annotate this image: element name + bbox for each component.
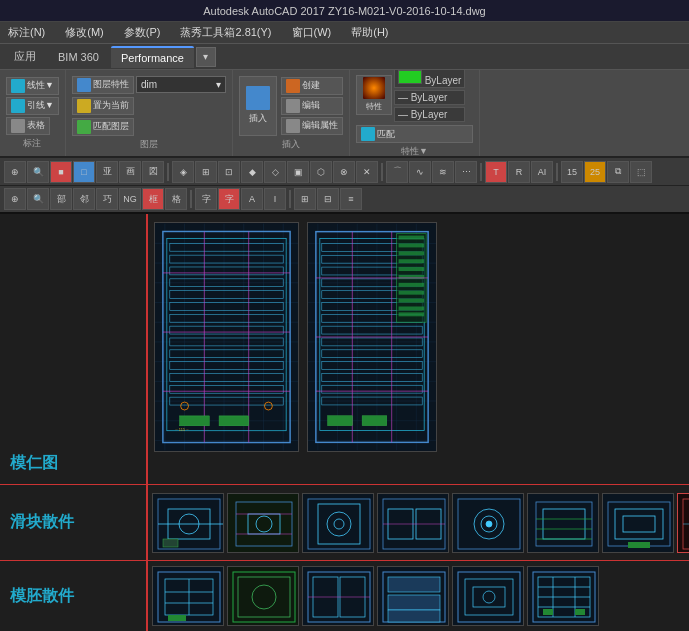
btn-match-layer[interactable]: 匹配图层 (72, 118, 134, 136)
menu-biaozhun[interactable]: 标注(N) (4, 23, 49, 42)
ts-btn-21[interactable]: T (485, 161, 507, 183)
ts2-btn-13[interactable]: ⊞ (294, 188, 316, 210)
btn-create[interactable]: 创建 (281, 77, 343, 95)
prop-bylayer-line: — ByLayer (394, 90, 465, 105)
ts-btn-27[interactable]: ⬚ (630, 161, 652, 183)
svg-rect-96 (328, 416, 353, 426)
ts2-btn-12[interactable]: I (264, 188, 286, 210)
ts2-btn-15[interactable]: ≡ (340, 188, 362, 210)
svg-rect-104 (228, 494, 299, 553)
ts-btn-23[interactable]: AI (531, 161, 553, 183)
ts-btn-2[interactable]: 🔍 (27, 161, 49, 183)
thumb-mp-5[interactable] (452, 566, 524, 626)
content-morentu: ←115→ (148, 214, 689, 484)
tab-bim360[interactable]: BIM 360 (48, 47, 109, 67)
menu-canshu[interactable]: 参数(P) (120, 23, 165, 42)
ts2-btn-9[interactable]: 字 (195, 188, 217, 210)
menu-xiugai[interactable]: 修改(M) (61, 23, 108, 42)
ts-btn-4[interactable]: □ (73, 161, 95, 183)
ts2-btn-8[interactable]: 格 (165, 188, 187, 210)
thumb-hk-4[interactable] (377, 493, 449, 553)
ts-btn-6[interactable]: 画 (119, 161, 141, 183)
toolbar-strip-1: ⊕ 🔍 ■ □ 亚 画 図 ◈ ⊞ ⊡ ◆ ◇ ▣ ⬡ ⊗ ✕ ⌒ ∿ ≋ ⋯ … (0, 158, 689, 186)
prop-bylayer-lw: — ByLayer (394, 107, 465, 122)
ts-btn-25[interactable]: 25 (584, 161, 606, 183)
thumb-mp-3[interactable] (302, 566, 374, 626)
title-text: Autodesk AutoCAD 2017 ZY16-M021-V0-2016-… (203, 5, 486, 17)
thumb-mp-2[interactable] (227, 566, 299, 626)
tab-bar: 应用 BIM 360 Performance ▾ (0, 44, 689, 70)
btn-linear[interactable]: 线性▼ (6, 77, 59, 95)
thumb-hk-5[interactable] (452, 493, 524, 553)
ts-btn-20[interactable]: ⋯ (455, 161, 477, 183)
ts2-btn-1[interactable]: ⊕ (4, 188, 26, 210)
btn-edit-attr[interactable]: 编辑属性 (281, 117, 343, 135)
ts2-btn-3[interactable]: 部 (50, 188, 72, 210)
ts2-btn-4[interactable]: 邻 (73, 188, 95, 210)
ts-btn-17[interactable]: ⌒ (386, 161, 408, 183)
btn-edit[interactable]: 编辑 (281, 97, 343, 115)
ts2-btn-10[interactable]: 字 (218, 188, 240, 210)
ts-btn-8[interactable]: ◈ (172, 161, 194, 183)
ts-btn-7[interactable]: 図 (142, 161, 164, 183)
btn-layer-prop[interactable]: 图层特性 (72, 76, 134, 94)
ts2-btn-11[interactable]: A (241, 188, 263, 210)
blueprint-large-1[interactable]: ←115→ (154, 222, 299, 452)
thumb-mp-6[interactable] (527, 566, 599, 626)
thumb-mp-1[interactable] (152, 566, 224, 626)
ts-btn-12[interactable]: ◇ (264, 161, 286, 183)
tab-performance[interactable]: Performance (111, 46, 194, 68)
ts2-btn-14[interactable]: ⊟ (317, 188, 339, 210)
thumb-hk-6[interactable] (527, 493, 599, 553)
ts-btn-1[interactable]: ⊕ (4, 161, 26, 183)
ts-btn-15[interactable]: ⊗ (333, 161, 355, 183)
biaozhun-row3: 表格 (6, 117, 59, 135)
table-icon (11, 119, 25, 133)
ts-btn-24[interactable]: 15 (561, 161, 583, 183)
layer-dropdown[interactable]: dim ▾ (136, 76, 226, 93)
thumb-hk-8[interactable] (677, 493, 689, 553)
label-morentu: 模仁图 (0, 214, 148, 484)
ts2-btn-5[interactable]: 巧 (96, 188, 118, 210)
btn-match-prop[interactable]: 匹配 (356, 125, 473, 143)
ts-btn-5[interactable]: 亚 (96, 161, 118, 183)
section-morentu: 模仁图 (0, 214, 689, 485)
btn-prop-large[interactable]: 特性 (356, 75, 392, 115)
btn-insert-large[interactable]: 插入 (239, 76, 277, 136)
ts-btn-10[interactable]: ⊡ (218, 161, 240, 183)
ts2-btn-2[interactable]: 🔍 (27, 188, 49, 210)
menu-tools[interactable]: 蒸秀工具箱2.81(Y) (176, 23, 275, 42)
ts-btn-9[interactable]: ⊞ (195, 161, 217, 183)
ts-btn-16[interactable]: ✕ (356, 161, 378, 183)
svg-rect-87 (399, 291, 425, 295)
ts-btn-11[interactable]: ◆ (241, 161, 263, 183)
ts-btn-18[interactable]: ∿ (409, 161, 431, 183)
thumb-hk-7[interactable] (602, 493, 674, 553)
ts-btn-14[interactable]: ⬡ (310, 161, 332, 183)
svg-rect-86 (399, 283, 425, 287)
thumb-mp-4[interactable] (377, 566, 449, 626)
blueprint-large-2[interactable] (307, 222, 437, 452)
thumb-hk-2[interactable] (227, 493, 299, 553)
ribbon: 线性▼ 引线▼ 表格 标注 图层特性 dim (0, 70, 689, 158)
menu-help[interactable]: 帮助(H) (347, 23, 392, 42)
toolbar-strip-2: ⊕ 🔍 部 邻 巧 NG 框 格 字 字 A I ⊞ ⊟ ≡ (0, 186, 689, 214)
btn-leader[interactable]: 引线▼ (6, 97, 59, 115)
ts-btn-26[interactable]: ⧉ (607, 161, 629, 183)
tab-dropdown-icon[interactable]: ▾ (196, 47, 216, 67)
btn-table[interactable]: 表格 (6, 117, 50, 135)
menu-window[interactable]: 窗口(W) (288, 23, 336, 42)
btn-set-current[interactable]: 置为当前 (72, 97, 134, 115)
thumb-hk-3[interactable] (302, 493, 374, 553)
thumb-hk-1[interactable] (152, 493, 224, 553)
ts-btn-3[interactable]: ■ (50, 161, 72, 183)
tab-app[interactable]: 应用 (4, 45, 46, 68)
ts-btn-22[interactable]: R (508, 161, 530, 183)
ts-btn-19[interactable]: ≋ (432, 161, 454, 183)
ts2-btn-7[interactable]: 框 (142, 188, 164, 210)
ribbon-section-biaozhun: 线性▼ 引线▼ 表格 标注 (0, 70, 66, 156)
svg-rect-90 (399, 312, 425, 316)
morentu-text: 模仁图 (10, 453, 58, 474)
ts2-btn-6[interactable]: NG (119, 188, 141, 210)
ts-btn-13[interactable]: ▣ (287, 161, 309, 183)
